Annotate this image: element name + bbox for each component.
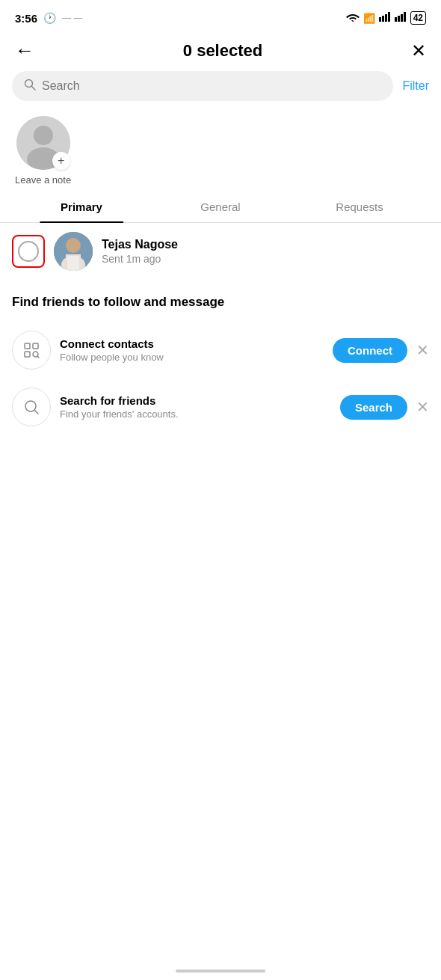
connect-contacts-desc: Follow people you know bbox=[60, 352, 324, 363]
dots-icon: — — bbox=[62, 13, 82, 23]
svg-rect-6 bbox=[401, 14, 403, 22]
svg-rect-5 bbox=[398, 16, 400, 22]
search-icon bbox=[24, 79, 36, 94]
connect-contacts-text: Connect contacts Follow people you know bbox=[60, 337, 324, 363]
svg-rect-7 bbox=[404, 12, 406, 22]
add-story-button[interactable]: + bbox=[52, 152, 70, 170]
search-friends-name: Search for friends bbox=[60, 394, 331, 407]
dismiss-connect-button[interactable]: ✕ bbox=[416, 341, 429, 359]
status-bar: 3:56 🕐 — — 📶 42 bbox=[0, 0, 441, 33]
svg-point-11 bbox=[34, 126, 53, 145]
search-bar[interactable] bbox=[12, 71, 393, 101]
svg-rect-20 bbox=[25, 352, 30, 357]
search-friends-desc: Find your friends' accounts. bbox=[60, 408, 331, 420]
status-time: 3:56 bbox=[15, 12, 37, 25]
clock-icon: 🕐 bbox=[43, 12, 56, 24]
tab-requests[interactable]: Requests bbox=[290, 192, 429, 222]
svg-point-23 bbox=[25, 401, 36, 411]
checkbox-inner bbox=[18, 241, 39, 262]
phone-icon: 📶 bbox=[363, 13, 375, 24]
message-list: Tejas Nagose Sent 1m ago bbox=[0, 223, 441, 280]
connect-button[interactable]: Connect bbox=[333, 338, 407, 363]
search-friends-text: Search for friends Find your friends' ac… bbox=[60, 394, 331, 420]
svg-rect-19 bbox=[33, 343, 38, 349]
search-friends-button[interactable]: Search bbox=[340, 395, 407, 420]
tabs: Primary General Requests bbox=[0, 192, 441, 223]
svg-rect-17 bbox=[67, 256, 79, 271]
tab-primary[interactable]: Primary bbox=[12, 192, 151, 222]
connect-contacts-card: Connect contacts Follow people you know … bbox=[12, 322, 429, 379]
find-friends-title: Find friends to follow and message bbox=[12, 295, 429, 310]
message-time: Sent 1m ago bbox=[102, 253, 429, 265]
svg-line-22 bbox=[37, 356, 39, 358]
filter-button[interactable]: Filter bbox=[402, 79, 429, 93]
search-actions: Search ✕ bbox=[340, 395, 429, 420]
message-info: Tejas Nagose Sent 1m ago bbox=[102, 238, 429, 265]
story-avatar-wrap[interactable]: + bbox=[16, 116, 70, 170]
connect-contacts-name: Connect contacts bbox=[60, 337, 324, 350]
contact-name: Tejas Nagose bbox=[102, 238, 429, 251]
home-indicator bbox=[176, 970, 265, 973]
story-section: + Leave a note bbox=[0, 113, 441, 192]
svg-line-9 bbox=[32, 87, 36, 91]
battery-indicator: 42 bbox=[410, 11, 426, 25]
svg-point-14 bbox=[66, 238, 81, 253]
table-row[interactable]: Tejas Nagose Sent 1m ago bbox=[0, 223, 441, 280]
select-checkbox[interactable] bbox=[12, 235, 45, 268]
avatar bbox=[54, 232, 93, 271]
find-friends-section: Find friends to follow and message Conne… bbox=[0, 280, 441, 444]
svg-rect-1 bbox=[382, 16, 384, 22]
svg-rect-2 bbox=[385, 14, 387, 22]
search-input[interactable] bbox=[42, 79, 381, 93]
close-button[interactable]: ✕ bbox=[411, 40, 426, 61]
leave-note-label: Leave a note bbox=[15, 174, 71, 186]
search-friends-icon bbox=[12, 388, 51, 426]
dismiss-search-button[interactable]: ✕ bbox=[416, 398, 429, 416]
wifi-icon bbox=[346, 12, 360, 24]
search-row: Filter bbox=[0, 71, 441, 113]
search-friends-card: Search for friends Find your friends' ac… bbox=[12, 379, 429, 435]
header: ← 0 selected ✕ bbox=[0, 33, 441, 71]
svg-rect-4 bbox=[395, 17, 397, 22]
contacts-icon bbox=[12, 331, 51, 370]
svg-rect-18 bbox=[25, 343, 30, 349]
tab-general[interactable]: General bbox=[151, 192, 290, 222]
status-icons: 📶 42 bbox=[346, 11, 426, 25]
svg-line-24 bbox=[35, 411, 39, 414]
back-button[interactable]: ← bbox=[15, 39, 34, 62]
signal2-icon bbox=[395, 12, 407, 24]
header-title: 0 selected bbox=[183, 41, 262, 61]
signal-icon bbox=[379, 12, 391, 24]
svg-rect-3 bbox=[388, 12, 390, 22]
svg-rect-0 bbox=[379, 17, 381, 22]
connect-actions: Connect ✕ bbox=[333, 338, 429, 363]
